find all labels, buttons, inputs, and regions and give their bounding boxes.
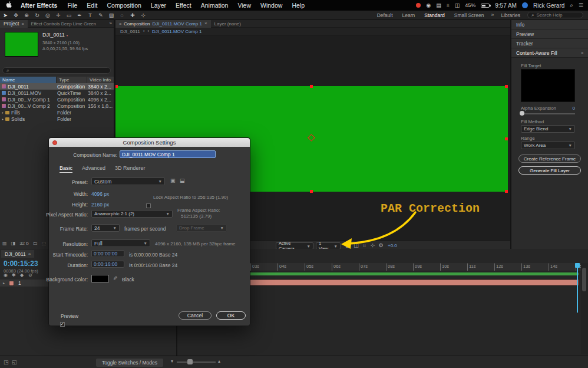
panel-menu-icon[interactable]: ≡	[581, 51, 583, 55]
frame-rate-dropdown[interactable]: 24▼	[91, 224, 120, 232]
layer-twirl-icon[interactable]: ▸	[3, 281, 5, 285]
menu-item-effect[interactable]: Effect	[171, 2, 196, 9]
dialog-tab-3d-renderer[interactable]: 3D Renderer	[115, 165, 146, 171]
close-icon[interactable]: ×	[28, 252, 31, 257]
save-preset-icon[interactable]: ▣	[170, 178, 176, 183]
menu-item-file[interactable]: File	[62, 2, 82, 9]
dialog-tab-basic[interactable]: Basic	[60, 165, 72, 173]
recording-indicator-icon[interactable]	[416, 3, 421, 8]
menu-item-view[interactable]: View	[233, 2, 256, 9]
close-icon[interactable]: ×	[204, 21, 207, 26]
ok-button[interactable]: OK	[216, 311, 246, 320]
panel-header-info[interactable]: Info	[511, 20, 588, 29]
generate-fill-layer-button[interactable]: Generate Fill Layer	[518, 166, 581, 175]
roto-brush-tool-icon[interactable]: ✚	[127, 12, 138, 18]
scrollbar-handle[interactable]	[582, 268, 586, 291]
type-tool-icon[interactable]: T	[85, 12, 95, 18]
cancel-button[interactable]: Cancel	[179, 311, 212, 320]
menu-item-layer[interactable]: Layer	[146, 2, 171, 9]
timeline-scrollbar[interactable]	[581, 263, 588, 354]
status-icon-1[interactable]: ◉	[426, 2, 431, 8]
spotlight-search-icon[interactable]: ⌕	[570, 2, 573, 9]
slider-knob[interactable]	[520, 111, 524, 116]
brush-tool-icon[interactable]: ✎	[95, 12, 106, 18]
duration-value[interactable]: 0:00:16:00	[91, 261, 124, 268]
status-icon-2[interactable]: ▤	[436, 2, 441, 8]
panel-overflow-icon[interactable]: »	[110, 21, 114, 26]
menu-item-composition[interactable]: Composition	[102, 2, 146, 9]
create-reference-frame-button[interactable]: Create Reference Frame	[518, 155, 581, 163]
background-color-swatch[interactable]	[91, 275, 109, 282]
dialog-close-icon[interactable]	[52, 140, 57, 145]
project-row[interactable]: DJI_00...V Comp 1 Composition 4096 x 2..…	[0, 96, 114, 103]
crumb-current-comp[interactable]: DJI_0011.MOV Comp 1	[152, 29, 201, 34]
project-row[interactable]: DJI_0011 Composition 3840 x 2...	[0, 83, 114, 90]
drop-frame-dropdown[interactable]: Drop Frame▼	[176, 224, 227, 232]
tab-composition[interactable]: ≡ Composition DJI_0011.MOV Comp 1 ×	[115, 20, 211, 28]
fill-method-dropdown[interactable]: Edge Blend▼	[521, 125, 575, 133]
workspace-standard[interactable]: Standard	[424, 12, 445, 18]
panel-header-content-aware-fill[interactable]: Content-Aware Fill ≡	[511, 48, 588, 58]
column-header-video-info[interactable]: Video Info	[87, 77, 114, 83]
pixel-aspect-ratio-dropdown[interactable]: Anamorphic 2:1 (2)▼	[91, 210, 173, 218]
delete-preset-icon[interactable]: ⬓	[180, 178, 185, 183]
twirl-icon[interactable]: ▸	[2, 111, 4, 114]
status-icon-3[interactable]: ⌗	[447, 2, 450, 9]
account-name[interactable]: Rick Gerard	[533, 2, 564, 9]
menu-item-animation[interactable]: Animation	[196, 2, 233, 9]
column-header-type[interactable]: Type	[57, 77, 87, 83]
tab-effect-controls[interactable]: Effect Controls Deep Lime Green	[28, 21, 97, 27]
workspace-default[interactable]: Default	[377, 12, 393, 18]
item-flyout-caret-icon[interactable]: ▾	[66, 34, 68, 37]
clone-stamp-tool-icon[interactable]: ▨	[106, 12, 117, 18]
project-row[interactable]: DJI_00...V Comp 2 Composition 156 x 1,0.…	[0, 103, 114, 109]
puppet-pin-tool-icon[interactable]: ⊹	[138, 12, 148, 18]
zoom-in-frames-icon[interactable]: ▴	[218, 359, 220, 364]
menu-item-help[interactable]: Help	[287, 2, 309, 9]
panel-header-tracker[interactable]: Tracker	[511, 39, 588, 48]
audio-column-icon[interactable]: ✱	[12, 273, 16, 278]
project-search-field[interactable]: ⌕	[2, 67, 111, 74]
orbit-camera-tool-icon[interactable]: ◎	[42, 12, 53, 18]
zoom-tool-icon[interactable]: ⊕	[21, 12, 32, 18]
workspace-overflow-icon[interactable]: »	[491, 12, 494, 18]
render-queue-icon[interactable]: ◳	[4, 360, 9, 365]
account-avatar[interactable]	[522, 2, 528, 8]
video-visibility-column-icon[interactable]: ◉	[4, 273, 8, 278]
layer-handle[interactable]	[115, 85, 118, 88]
layer-label-color-chip[interactable]	[9, 281, 14, 286]
resolution-dropdown[interactable]: Full▼	[91, 239, 150, 247]
layer-handle[interactable]	[310, 85, 313, 88]
apple-menu-icon[interactable]	[0, 1, 15, 9]
rotate-tool-icon[interactable]: ↻	[32, 12, 42, 18]
menu-item-window[interactable]: Window	[256, 2, 287, 9]
crumb-parent-comp[interactable]: DJI_0011	[120, 29, 140, 34]
tab-project[interactable]: Project ≡	[0, 20, 28, 28]
app-name[interactable]: After Effects	[15, 2, 62, 9]
dialog-tab-advanced[interactable]: Advanced	[82, 165, 105, 171]
interpret-footage-icon[interactable]: ▥	[2, 241, 7, 246]
selection-tool-icon[interactable]: ➤	[0, 12, 11, 18]
selected-item-name[interactable]: DJI_0011 ▾	[42, 32, 68, 38]
toggle-switches-modes-button[interactable]: Toggle Switches / Modes	[96, 359, 163, 367]
eraser-tool-icon[interactable]: ◌	[117, 12, 127, 18]
flowchart-icon[interactable]: ◱	[12, 360, 17, 365]
new-composition-icon[interactable]: ⬚	[42, 241, 47, 246]
alpha-expansion-slider[interactable]	[521, 113, 575, 114]
lock-aspect-checkbox[interactable]	[146, 203, 151, 208]
panel-header-preview[interactable]: Preview	[511, 29, 588, 39]
project-color-depth[interactable]: 32 b	[19, 241, 29, 246]
shape-tool-icon[interactable]: ▭	[64, 12, 74, 18]
eyedropper-icon[interactable]: ✎	[112, 276, 117, 281]
new-folder-icon[interactable]: 🗀	[33, 241, 38, 246]
column-header-name[interactable]: Name	[0, 77, 57, 83]
pen-tool-icon[interactable]: ✒	[74, 12, 85, 18]
height-value[interactable]: 2160 px	[91, 202, 109, 208]
lock-column-icon[interactable]: ⊘	[28, 273, 32, 278]
pan-behind-tool-icon[interactable]: ✛	[53, 12, 64, 18]
layer-handle[interactable]	[505, 190, 508, 193]
composition-name-input[interactable]: DJI_0011.MOV Comp 1	[120, 150, 216, 158]
width-value[interactable]: 4096 px	[91, 191, 109, 197]
control-center-icon[interactable]: ☰	[579, 2, 583, 8]
layer-handle[interactable]	[505, 137, 508, 140]
